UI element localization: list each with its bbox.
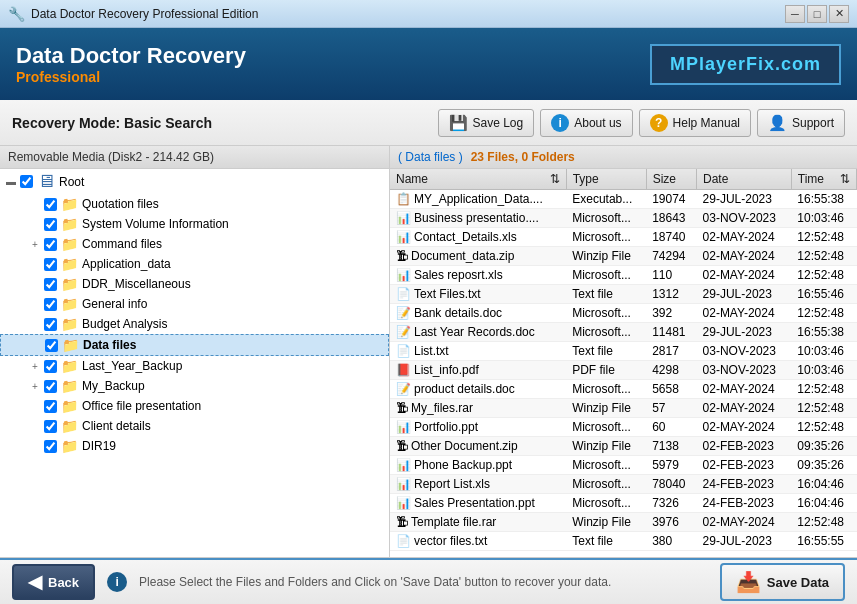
- checkbox-root[interactable]: [20, 175, 33, 188]
- checkbox-budget[interactable]: [44, 318, 57, 331]
- tree-item-last-year[interactable]: +📁Last_Year_Backup: [0, 356, 389, 376]
- expand-icon-my-backup[interactable]: +: [28, 381, 42, 392]
- file-size-cell: 78040: [646, 475, 696, 494]
- save-data-button[interactable]: 📥 Save Data: [720, 563, 845, 601]
- file-type-icon: 📊: [396, 496, 411, 510]
- file-type-icon: 🗜: [396, 515, 408, 529]
- file-type-icon: 📄: [396, 344, 411, 358]
- close-button[interactable]: ✕: [829, 5, 849, 23]
- maximize-button[interactable]: □: [807, 5, 827, 23]
- file-time-cell: 16:55:55: [791, 532, 856, 551]
- table-row[interactable]: 📋MY_Application_Data....Executab...19074…: [390, 190, 857, 209]
- checkbox-data-files[interactable]: [45, 339, 58, 352]
- tree-item-command[interactable]: +📁Command files: [0, 234, 389, 254]
- checkbox-command[interactable]: [44, 238, 57, 251]
- tree-item-my-backup[interactable]: +📁My_Backup: [0, 376, 389, 396]
- tree-item-general-info[interactable]: 📁General info: [0, 294, 389, 314]
- file-date-cell: 29-JUL-2023: [697, 285, 792, 304]
- col-header-date[interactable]: Date: [697, 169, 792, 190]
- file-type-cell: PDF file: [566, 361, 646, 380]
- file-time-cell: 09:35:26: [791, 456, 856, 475]
- checkbox-dir19[interactable]: [44, 440, 57, 453]
- file-type-icon: 📊: [396, 268, 411, 282]
- help-manual-button[interactable]: ? Help Manual: [639, 109, 751, 137]
- file-type-icon: 📊: [396, 211, 411, 225]
- data-files-link[interactable]: ( Data files ): [398, 150, 463, 164]
- table-row[interactable]: 🗜Other Document.zipWinzip File713802-FEB…: [390, 437, 857, 456]
- table-row[interactable]: 📊Business presentatio....Microsoft...186…: [390, 209, 857, 228]
- checkbox-system-volume[interactable]: [44, 218, 57, 231]
- table-row[interactable]: 📊Sales reposrt.xlsMicrosoft...11002-MAY-…: [390, 266, 857, 285]
- table-row[interactable]: 📄List.txtText file281703-NOV-202310:03:4…: [390, 342, 857, 361]
- folder-icon-command: 📁: [61, 236, 78, 252]
- table-row[interactable]: 🗜Template file.rarWinzip File397602-MAY-…: [390, 513, 857, 532]
- table-row[interactable]: 🗜Document_data.zipWinzip File7429402-MAY…: [390, 247, 857, 266]
- tree-item-system-volume[interactable]: 📁System Volume Information: [0, 214, 389, 234]
- tree-item-budget[interactable]: 📁Budget Analysis: [0, 314, 389, 334]
- tree-label-budget: Budget Analysis: [82, 317, 167, 331]
- save-data-icon: 📥: [736, 570, 761, 594]
- tree-item-quotation[interactable]: 📁Quotation files: [0, 194, 389, 214]
- expand-icon-root[interactable]: ▬: [4, 176, 18, 187]
- tree-item-root[interactable]: ▬ 🖥 Root: [0, 169, 389, 194]
- checkbox-office-pres[interactable]: [44, 400, 57, 413]
- table-row[interactable]: 📝Bank details.docMicrosoft...39202-MAY-2…: [390, 304, 857, 323]
- col-header-time[interactable]: Time ⇅: [791, 169, 856, 190]
- checkbox-app-data[interactable]: [44, 258, 57, 271]
- expand-icon-command[interactable]: +: [28, 239, 42, 250]
- minimize-button[interactable]: ─: [785, 5, 805, 23]
- file-size-cell: 5979: [646, 456, 696, 475]
- file-name-cell: 🗜Template file.rar: [390, 513, 566, 532]
- tree-label-general-info: General info: [82, 297, 147, 311]
- file-name-cell: 📊Report List.xls: [390, 475, 566, 494]
- computer-icon: 🖥: [37, 171, 55, 192]
- table-row[interactable]: 📄vector files.txtText file38029-JUL-2023…: [390, 532, 857, 551]
- checkbox-ddr-misc[interactable]: [44, 278, 57, 291]
- col-header-size[interactable]: Size: [646, 169, 696, 190]
- folder-icon-dir19: 📁: [61, 438, 78, 454]
- table-row[interactable]: 📊Sales Presentation.pptMicrosoft...73262…: [390, 494, 857, 513]
- tree-item-client-details[interactable]: 📁Client details: [0, 416, 389, 436]
- folder-icon-app-data: 📁: [61, 256, 78, 272]
- about-us-icon: i: [551, 114, 569, 132]
- tree-item-app-data[interactable]: 📁Application_data: [0, 254, 389, 274]
- back-button[interactable]: ◀ Back: [12, 564, 95, 600]
- app-subtitle: Professional: [16, 69, 246, 85]
- table-row[interactable]: 📄Text Files.txtText file131229-JUL-20231…: [390, 285, 857, 304]
- col-header-name[interactable]: Name ⇅: [390, 169, 566, 190]
- tree-item-data-files[interactable]: 📁Data files: [0, 334, 389, 356]
- support-button[interactable]: 👤 Support: [757, 109, 845, 137]
- file-size-cell: 7326: [646, 494, 696, 513]
- file-type-cell: Microsoft...: [566, 323, 646, 342]
- table-row[interactable]: 🗜My_files.rarWinzip File5702-MAY-202412:…: [390, 399, 857, 418]
- checkbox-general-info[interactable]: [44, 298, 57, 311]
- expand-icon-last-year[interactable]: +: [28, 361, 42, 372]
- col-header-type[interactable]: Type: [566, 169, 646, 190]
- table-row[interactable]: 📝Last Year Records.docMicrosoft...114812…: [390, 323, 857, 342]
- back-label: Back: [48, 575, 79, 590]
- table-row[interactable]: 📕List_info.pdfPDF file429803-NOV-202310:…: [390, 361, 857, 380]
- table-row[interactable]: 📊Phone Backup.pptMicrosoft...597902-FEB-…: [390, 456, 857, 475]
- file-type-cell: Microsoft...: [566, 266, 646, 285]
- tree-item-office-pres[interactable]: 📁Office file presentation: [0, 396, 389, 416]
- header: Data Doctor Recovery Professional MPlaye…: [0, 28, 857, 100]
- checkbox-my-backup[interactable]: [44, 380, 57, 393]
- tree-panel-header: Removable Media (Disk2 - 214.42 GB): [0, 146, 389, 169]
- file-size-cell: 11481: [646, 323, 696, 342]
- tree-item-dir19[interactable]: 📁DIR19: [0, 436, 389, 456]
- table-row[interactable]: 📝product details.docMicrosoft...565802-M…: [390, 380, 857, 399]
- tree-label-command: Command files: [82, 237, 162, 251]
- file-date-cell: 02-MAY-2024: [697, 266, 792, 285]
- table-row[interactable]: 📊Portfolio.pptMicrosoft...6002-MAY-20241…: [390, 418, 857, 437]
- checkbox-last-year[interactable]: [44, 360, 57, 373]
- file-date-cell: 03-NOV-2023: [697, 209, 792, 228]
- table-row[interactable]: 📊Contact_Details.xlsMicrosoft...1874002-…: [390, 228, 857, 247]
- help-manual-label: Help Manual: [673, 116, 740, 130]
- tree-item-ddr-misc[interactable]: 📁DDR_Miscellaneous: [0, 274, 389, 294]
- tree-label-office-pres: Office file presentation: [82, 399, 201, 413]
- table-row[interactable]: 📊Report List.xlsMicrosoft...7804024-FEB-…: [390, 475, 857, 494]
- save-log-button[interactable]: 💾 Save Log: [438, 109, 535, 137]
- checkbox-client-details[interactable]: [44, 420, 57, 433]
- about-us-button[interactable]: i About us: [540, 109, 632, 137]
- checkbox-quotation[interactable]: [44, 198, 57, 211]
